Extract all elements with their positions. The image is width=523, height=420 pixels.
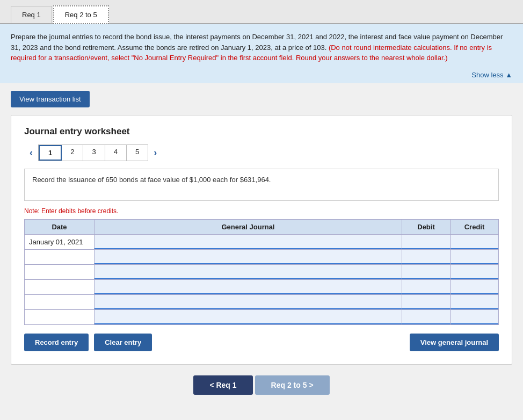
journal-cell-5[interactable] (95, 294, 402, 309)
show-less-btn[interactable]: Show less ▲ (0, 69, 523, 83)
step-2[interactable]: 2 (62, 145, 83, 161)
date-cell-1: January 01, 2021 (25, 234, 95, 249)
debit-input-4[interactable] (402, 280, 450, 294)
credit-input-2[interactable] (451, 250, 498, 264)
worksheet-card: Journal entry worksheet ‹ 1 2 3 4 5 › Re… (11, 115, 512, 365)
debit-cell-1[interactable] (402, 234, 451, 249)
credit-cell-3[interactable] (451, 264, 499, 279)
tabs-bar: Req 1 Req 2 to 5 (0, 0, 523, 24)
col-header-credit: Credit (451, 219, 499, 234)
bottom-req1-button[interactable]: < Req 1 (193, 375, 252, 395)
table-row (25, 309, 499, 324)
credit-cell-6[interactable] (451, 309, 499, 324)
steps-container: 1 2 3 4 5 (38, 144, 148, 161)
date-cell-4 (25, 279, 95, 294)
journal-input-2[interactable] (95, 250, 402, 264)
debit-cell-3[interactable] (402, 264, 451, 279)
action-buttons: Record entry Clear entry View general jo… (24, 334, 499, 351)
debit-input-1[interactable] (402, 235, 450, 249)
instruction-text: Record the issuance of 650 bonds at face… (32, 176, 271, 184)
prev-step-button[interactable]: ‹ (24, 146, 38, 160)
debit-cell-2[interactable] (402, 249, 451, 264)
credit-input-1[interactable] (451, 235, 498, 249)
journal-input-4[interactable] (95, 280, 402, 294)
instruction-box: Record the issuance of 650 bonds at face… (24, 169, 499, 201)
step-3[interactable]: 3 (83, 145, 105, 161)
credit-input-5[interactable] (451, 295, 498, 309)
worksheet-title: Journal entry worksheet (24, 126, 499, 137)
credit-cell-1[interactable] (451, 234, 499, 249)
journal-table: Date General Journal Debit Credit Januar… (24, 219, 499, 325)
credit-cell-5[interactable] (451, 294, 499, 309)
next-step-button[interactable]: › (148, 146, 162, 160)
journal-cell-3[interactable] (95, 264, 402, 279)
date-cell-5 (25, 294, 95, 309)
col-header-debit: Debit (402, 219, 451, 234)
tab-req2to5[interactable]: Req 2 to 5 (53, 5, 109, 24)
journal-cell-2[interactable] (95, 249, 402, 264)
step-5[interactable]: 5 (127, 145, 148, 161)
tab-req1[interactable]: Req 1 (11, 6, 52, 23)
step-1[interactable]: 1 (39, 145, 62, 161)
record-entry-button[interactable]: Record entry (24, 334, 89, 351)
journal-input-3[interactable] (95, 265, 402, 279)
debit-cell-5[interactable] (402, 294, 451, 309)
credit-cell-4[interactable] (451, 279, 499, 294)
clear-entry-button[interactable]: Clear entry (94, 334, 152, 351)
debit-cell-6[interactable] (402, 309, 451, 324)
col-header-date: Date (25, 219, 95, 234)
journal-cell-1[interactable] (95, 234, 402, 249)
credit-input-6[interactable] (451, 310, 498, 324)
view-transaction-button[interactable]: View transaction list (11, 91, 90, 107)
debit-input-5[interactable] (402, 295, 450, 309)
date-cell-6 (25, 309, 95, 324)
journal-cell-6[interactable] (95, 309, 402, 324)
credit-input-3[interactable] (451, 265, 498, 279)
debit-input-3[interactable] (402, 265, 450, 279)
note-text: Note: Enter debits before credits. (24, 207, 499, 215)
bottom-req2to5-button[interactable]: Req 2 to 5 > (255, 375, 330, 395)
table-row: January 01, 2021 (25, 234, 499, 249)
bottom-navigation: < Req 1 Req 2 to 5 > (0, 375, 523, 411)
col-header-journal: General Journal (95, 219, 402, 234)
date-cell-2 (25, 249, 95, 264)
debit-cell-4[interactable] (402, 279, 451, 294)
table-row (25, 279, 499, 294)
table-row (25, 264, 499, 279)
step-navigation: ‹ 1 2 3 4 5 › (24, 144, 499, 161)
credit-cell-2[interactable] (451, 249, 499, 264)
info-box: Prepare the journal entries to record th… (0, 24, 523, 69)
journal-input-6[interactable] (95, 310, 402, 324)
view-general-journal-button[interactable]: View general journal (410, 334, 499, 351)
journal-input-5[interactable] (95, 295, 402, 309)
debit-input-6[interactable] (402, 310, 450, 324)
credit-input-4[interactable] (451, 280, 498, 294)
journal-input-1[interactable] (95, 235, 402, 249)
date-cell-3 (25, 264, 95, 279)
step-4[interactable]: 4 (105, 145, 127, 161)
table-row (25, 294, 499, 309)
journal-cell-4[interactable] (95, 279, 402, 294)
debit-input-2[interactable] (402, 250, 450, 264)
table-row (25, 249, 499, 264)
